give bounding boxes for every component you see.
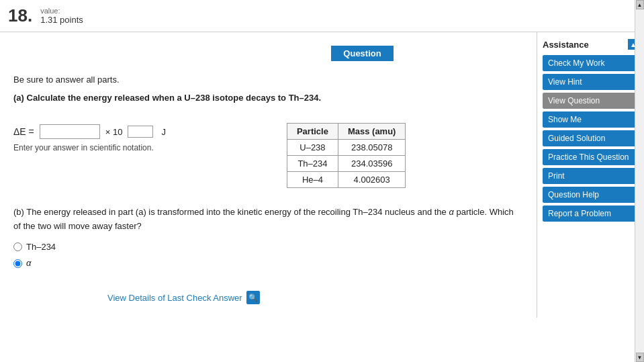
question-tab: Question bbox=[331, 46, 393, 61]
table-row: U–238238.05078 bbox=[287, 140, 406, 156]
part-b-text-1: (b) The energy released in part (a) is t… bbox=[13, 207, 447, 217]
value-label: value: bbox=[40, 7, 83, 15]
table-cell-particle: He–4 bbox=[287, 172, 338, 188]
table-row: He–44.002603 bbox=[287, 172, 406, 188]
assistance-buttons-container: Check My WorkView HintView QuestionShow … bbox=[543, 55, 639, 222]
table-header-particle: Particle bbox=[287, 124, 338, 140]
scrollbar[interactable]: ▲ ▼ bbox=[635, 0, 644, 362]
scroll-down-arrow[interactable]: ▼ bbox=[636, 353, 644, 362]
radio-th234[interactable] bbox=[13, 242, 22, 251]
table-cell-mass: 4.002603 bbox=[338, 172, 406, 188]
radio-option-alpha[interactable]: α bbox=[13, 257, 523, 271]
assistance-header: Assistance ▲ bbox=[543, 39, 639, 50]
table-cell-particle: U–238 bbox=[287, 140, 338, 156]
point-value: 1.31 points bbox=[40, 15, 83, 25]
instruction-text: Be sure to answer all parts. bbox=[13, 75, 523, 85]
option-th234-label: Th–234 bbox=[26, 240, 56, 255]
content-area: Question Be sure to answer all parts. (a… bbox=[0, 32, 537, 318]
table-cell-mass: 234.03596 bbox=[338, 156, 406, 172]
assist-btn-guided-solution[interactable]: Guided Solution bbox=[543, 130, 639, 146]
table-header-mass: Mass (amu) bbox=[338, 124, 406, 140]
search-icon-button[interactable]: 🔍 bbox=[246, 291, 260, 304]
part-b-alpha: α bbox=[449, 207, 453, 217]
table-row: Th–234234.03596 bbox=[287, 156, 406, 172]
radio-option-th234[interactable]: Th–234 bbox=[13, 240, 523, 255]
question-number: 18. bbox=[8, 5, 32, 26]
exponent-input[interactable] bbox=[128, 126, 153, 138]
joules-label: J bbox=[161, 127, 166, 137]
assistance-panel: Assistance ▲ Check My WorkView HintView … bbox=[537, 32, 644, 318]
assist-btn-print[interactable]: Print bbox=[543, 168, 639, 184]
coefficient-input[interactable] bbox=[40, 124, 100, 139]
assist-btn-check-my-work[interactable]: Check My Work bbox=[543, 55, 639, 71]
particle-table: Particle Mass (amu) U–238238.05078Th–234… bbox=[287, 123, 406, 188]
scroll-up-arrow[interactable]: ▲ bbox=[636, 0, 644, 9]
option-alpha-label: α bbox=[26, 257, 31, 271]
part-a-label: (a) Calculate the energy released when a… bbox=[13, 93, 523, 103]
question-meta: value: 1.31 points bbox=[40, 7, 83, 25]
assist-btn-question-help[interactable]: Question Help bbox=[543, 187, 639, 203]
equation-row: ΔE = × 10 J bbox=[13, 124, 166, 139]
assistance-title: Assistance bbox=[543, 40, 589, 50]
assist-btn-practice-this-question[interactable]: Practice This Question bbox=[543, 149, 639, 165]
assist-btn-view-question[interactable]: View Question bbox=[543, 93, 639, 109]
view-details-label: View Details of Last Check Answer bbox=[107, 293, 242, 303]
page-header: 18. value: 1.31 points bbox=[0, 0, 644, 32]
table-cell-particle: Th–234 bbox=[287, 156, 338, 172]
part-b-section: (b) The energy released in part (a) is t… bbox=[13, 206, 523, 271]
assist-btn-report-a-problem[interactable]: Report a Problem bbox=[543, 206, 639, 222]
assist-btn-view-hint[interactable]: View Hint bbox=[543, 74, 639, 90]
table-cell-mass: 238.05078 bbox=[338, 140, 406, 156]
times-10-label: × 10 bbox=[105, 127, 123, 137]
sci-note-label: Enter your answer in scientific notation… bbox=[13, 143, 166, 152]
radio-alpha[interactable] bbox=[13, 259, 22, 268]
assist-btn-show-me[interactable]: Show Me bbox=[543, 111, 639, 128]
main-layout: Question Be sure to answer all parts. (a… bbox=[0, 32, 644, 318]
part-b-text: (b) The energy released in part (a) is t… bbox=[13, 206, 523, 234]
delta-e-label: ΔE = bbox=[13, 126, 34, 137]
view-details-link[interactable]: View Details of Last Check Answer bbox=[107, 293, 242, 303]
